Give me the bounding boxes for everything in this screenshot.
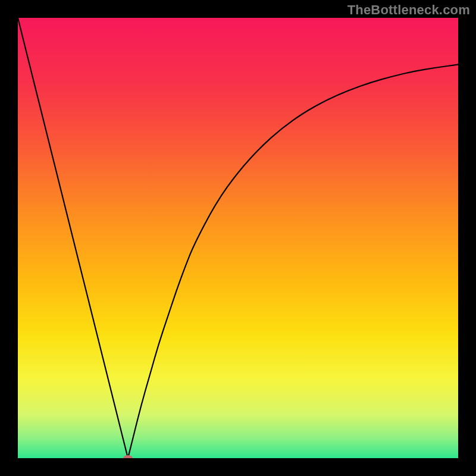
watermark-text: TheBottleneck.com [347, 2, 470, 18]
minimum-marker [123, 455, 133, 458]
bottleneck-curve [18, 18, 458, 458]
chart-frame: TheBottleneck.com [0, 0, 476, 476]
plot-area [18, 18, 458, 458]
